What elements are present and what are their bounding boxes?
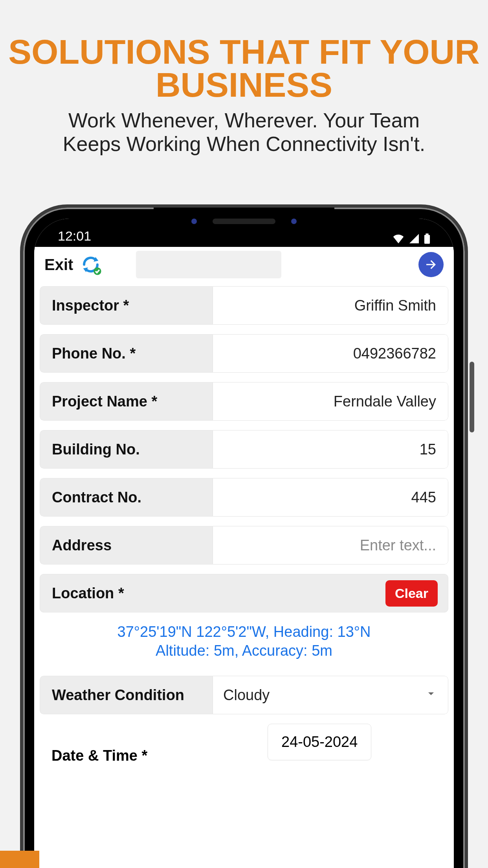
contract-label: Contract No. — [40, 478, 213, 517]
project-field: Project Name * Ferndale Valley — [40, 382, 448, 421]
location-label: Location * — [52, 585, 385, 602]
contract-field: Contract No. 445 — [40, 478, 448, 517]
svg-rect-0 — [426, 234, 428, 235]
location-line1: 37°25'19"N 122°5'2"W, Heading: 13°N — [55, 623, 433, 642]
address-label: Address — [40, 526, 213, 565]
signal-icon — [409, 234, 419, 243]
weather-select[interactable]: Cloudy — [213, 676, 448, 714]
exit-button[interactable]: Exit — [44, 256, 73, 274]
marketing-subhead: Work Whenever, Wherever. Your Team Keeps… — [0, 109, 488, 156]
weather-field: Weather Condition Cloudy — [40, 676, 448, 714]
weather-value: Cloudy — [223, 687, 424, 704]
project-label: Project Name * — [40, 382, 213, 421]
battery-icon — [424, 234, 430, 244]
location-readout: 37°25'19"N 122°5'2"W, Heading: 13°N Alti… — [40, 618, 448, 676]
phone-side-button — [470, 362, 474, 432]
chevron-down-icon — [424, 687, 438, 704]
contract-input[interactable]: 445 — [213, 478, 448, 517]
project-input[interactable]: Ferndale Valley — [213, 382, 448, 421]
phone-input[interactable]: 0492366782 — [213, 334, 448, 373]
svg-rect-1 — [424, 235, 430, 244]
datetime-field: Date & Time * 24-05-2024 — [40, 724, 448, 764]
building-field: Building No. 15 — [40, 430, 448, 469]
sync-icon[interactable] — [79, 253, 102, 276]
location-field: Location * Clear — [40, 574, 448, 612]
inspector-input[interactable]: Griffin Smith — [213, 286, 448, 325]
title-placeholder — [136, 251, 281, 278]
phone-notch — [154, 208, 334, 235]
arrow-right-icon — [424, 257, 438, 272]
status-time: 12:01 — [58, 228, 91, 244]
location-line2: Altitude: 5m, Accuracy: 5m — [55, 642, 433, 660]
wifi-icon — [393, 234, 404, 243]
marketing-headline: SOLUTIONS THAT FIT YOUR BUSINESS — [0, 0, 488, 101]
phone-frame: 12:01 Exit — [20, 204, 468, 868]
phone-field: Phone No. * 0492366782 — [40, 334, 448, 373]
building-label: Building No. — [40, 430, 213, 469]
inspector-field: Inspector * Griffin Smith — [40, 286, 448, 325]
next-button[interactable] — [418, 252, 444, 277]
address-input[interactable]: Enter text... — [213, 526, 448, 565]
inspector-label: Inspector * — [40, 286, 213, 325]
phone-screen: 12:01 Exit — [34, 219, 454, 868]
status-icons — [393, 234, 430, 244]
weather-label: Weather Condition — [40, 676, 213, 714]
date-input[interactable]: 24-05-2024 — [268, 724, 371, 760]
address-field: Address Enter text... — [40, 526, 448, 565]
clear-button[interactable]: Clear — [385, 580, 438, 607]
phone-label: Phone No. * — [40, 334, 213, 373]
app-top-bar: Exit — [34, 247, 454, 282]
building-input[interactable]: 15 — [213, 430, 448, 469]
form: Inspector * Griffin Smith Phone No. * 04… — [34, 282, 454, 764]
accent-bar — [0, 851, 39, 868]
datetime-label: Date & Time * — [40, 724, 260, 764]
